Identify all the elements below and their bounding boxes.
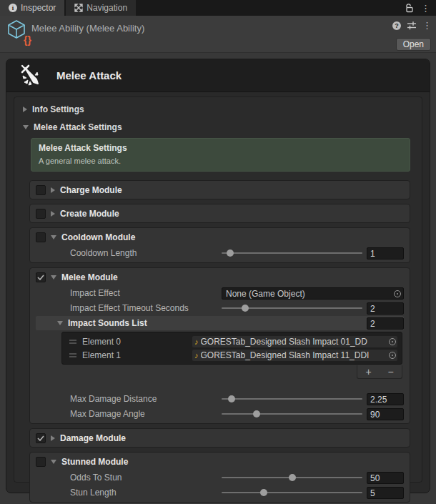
odds-to-stun-value[interactable]: 50 [367,472,404,484]
drag-handle-icon[interactable] [69,340,76,344]
slider-thumb[interactable] [289,474,296,481]
list-footer: + − [357,365,402,379]
impact-timeout-slider[interactable] [222,303,362,313]
foldout-info-settings[interactable]: Info Settings [19,100,412,118]
impact-effect-row: Impact Effect None (Game Object) [30,286,410,300]
charge-module-header[interactable]: Charge Module [30,181,410,199]
list-add-button[interactable]: + [365,367,371,377]
odds-to-stun-slider[interactable] [222,473,362,483]
drag-handle-icon[interactable] [69,353,76,357]
object-picker-icon[interactable] [394,290,401,297]
stunned-module-checkbox[interactable] [36,457,46,467]
audio-note-icon: ♪ [194,337,199,346]
chevron-down-icon [23,125,29,129]
odds-to-stun-row: Odds To Stun 50 [30,470,410,485]
object-field-value: None (Game Object) [226,289,392,299]
cooldown-length-slider[interactable] [222,248,362,258]
module-label: Stunned Module [61,457,128,467]
property-label: Max Damage Distance [70,394,222,404]
foldout-melee-attack-settings[interactable]: Melee Attack Settings [19,118,412,136]
cooldown-length-value[interactable]: 1 [367,247,404,260]
property-label: Odds To Stun [70,473,222,483]
asset-menu-icon[interactable]: ⋮ [422,21,432,30]
damage-module-header[interactable]: Damage Module [30,429,410,447]
chevron-right-icon [23,107,27,112]
tab-bar: i Inspector Navigation ⋮ [0,0,436,16]
property-label: Cooldown Length [70,248,222,258]
help-icon[interactable]: ? [392,21,401,30]
slider-thumb[interactable] [260,489,267,496]
chevron-right-icon [51,187,55,193]
audio-clip-field[interactable]: ♪ GORESTab_Designed Slash Impact 11_DDI [192,350,397,361]
help-box: Melee Attack Settings A general melee at… [31,138,410,172]
max-damage-angle-slider[interactable] [222,409,362,419]
audio-clip-name: GORESTab_Designed Slash Impact 01_DD [201,337,387,347]
audio-note-icon: ♪ [194,351,199,360]
lock-icon[interactable] [405,3,414,13]
melee-attack-panel: Melee Attack Info Settings Melee Attack … [6,59,430,493]
list-element-row[interactable]: Element 0 ♪ GORESTab_Designed Slash Impa… [64,335,400,348]
tab-navigation-label: Navigation [86,3,127,13]
inspector-menu-icon[interactable]: ⋮ [421,4,430,13]
impact-sounds-list: Element 0 ♪ GORESTab_Designed Slash Impa… [61,332,402,365]
property-label: Impact Effect [70,288,222,298]
impact-sounds-list-size[interactable]: 2 [367,317,404,330]
audio-clip-field[interactable]: ♪ GORESTab_Designed Slash Impact 01_DD [192,336,397,347]
property-label: Impact Effect Timeout Seconds [70,303,222,313]
stun-length-row: Stun Length 5 [30,485,410,500]
slider-thumb[interactable] [228,395,235,402]
audio-clip-name: GORESTab_Designed Slash Impact 11_DDI [201,350,387,360]
max-damage-distance-row: Max Damage Distance 2.25 [30,392,410,406]
damage-module-checkbox[interactable] [36,433,46,443]
create-module-checkbox[interactable] [36,209,46,219]
chevron-right-icon [51,211,55,217]
charge-module-checkbox[interactable] [36,185,46,195]
melee-module-header[interactable]: Melee Module [30,268,410,286]
chevron-down-icon [51,235,56,239]
slider-thumb[interactable] [253,410,260,417]
slider-thumb[interactable] [227,249,234,257]
object-picker-icon[interactable] [389,338,396,345]
open-button[interactable]: Open [396,38,431,51]
info-icon: i [9,4,17,12]
help-box-title: Melee Attack Settings [39,143,402,153]
element-label: Element 1 [82,350,187,360]
max-damage-distance-slider[interactable] [222,394,362,404]
module-label: Melee Module [61,272,118,282]
slider-track [222,398,362,400]
max-damage-distance-value[interactable]: 2.25 [367,393,404,405]
cooldown-module-header[interactable]: Cooldown Module [30,228,410,246]
object-picker-icon[interactable] [389,352,396,359]
ability-title: Melee Attack [56,69,122,81]
list-label: Impact Sounds List [68,318,362,328]
impact-timeout-row: Impact Effect Timeout Seconds 2 [30,301,410,315]
slider-thumb[interactable] [242,305,249,312]
stun-length-slider[interactable] [222,488,362,498]
scriptable-object-icon: {} [6,19,30,43]
module-label: Charge Module [60,185,122,195]
tab-inspector-label: Inspector [21,3,56,13]
tab-navigation[interactable]: Navigation [66,0,136,16]
chevron-right-icon [51,435,55,441]
help-box-description: A general melee attack. [39,157,402,165]
asset-title: Melee Ability (Melee Ability) [31,23,144,34]
module-label: Damage Module [60,433,126,443]
list-remove-button[interactable]: − [387,367,393,377]
cooldown-length-row: Cooldown Length 1 [30,246,410,260]
impact-timeout-value[interactable]: 2 [367,302,404,315]
create-module-header[interactable]: Create Module [30,204,410,222]
melee-module-checkbox[interactable] [36,272,46,282]
inspector-header: {} Melee Ability (Melee Ability) ? ⋮ Ope… [0,16,436,53]
tab-inspector[interactable]: i Inspector [0,0,64,16]
max-damage-angle-row: Max Damage Angle 90 [30,407,410,421]
stun-length-value[interactable]: 5 [367,487,404,499]
ability-title-bar: Melee Attack [6,59,430,92]
presets-icon[interactable] [407,21,417,30]
stunned-module-header[interactable]: Stunned Module [30,453,410,470]
list-element-row[interactable]: Element 1 ♪ GORESTab_Designed Slash Impa… [64,348,400,362]
max-damage-angle-value[interactable]: 90 [367,408,404,420]
impact-effect-object-field[interactable]: None (Game Object) [222,287,404,300]
cooldown-module-checkbox[interactable] [36,232,46,242]
module-label: Create Module [60,209,119,219]
impact-sounds-list-header[interactable]: Impact Sounds List 2 [36,316,404,330]
